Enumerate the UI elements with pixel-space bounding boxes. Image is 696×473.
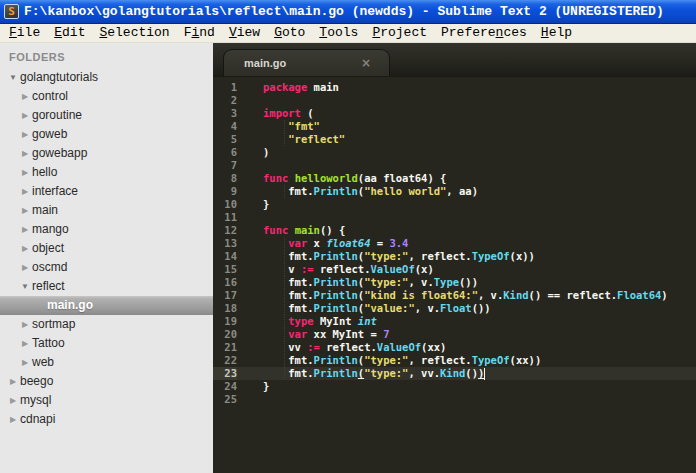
tree-folder-goweb[interactable]: ▶goweb <box>0 125 213 144</box>
tree-folder-sortmap[interactable]: ▶sortmap <box>0 315 213 334</box>
code-line-25[interactable]: 25 <box>213 393 696 406</box>
tree-folder-control[interactable]: ▶control <box>0 87 213 106</box>
tree-folder-reflect[interactable]: ▼reflect <box>0 277 213 296</box>
tree-folder-tattoo[interactable]: ▶Tattoo <box>0 334 213 353</box>
code-line-1[interactable]: 1package main <box>213 81 696 94</box>
triangle-right-icon[interactable]: ▶ <box>18 315 32 334</box>
triangle-right-icon[interactable]: ▶ <box>18 182 32 201</box>
code-line-22[interactable]: 22 fmt.Println("type:", reflect.TypeOf(x… <box>213 354 696 367</box>
triangle-right-icon[interactable]: ▶ <box>18 125 32 144</box>
triangle-right-icon[interactable]: ▶ <box>6 410 20 429</box>
code-line-15[interactable]: 15 v := reflect.ValueOf(x) <box>213 263 696 276</box>
triangle-right-icon[interactable]: ▶ <box>18 334 32 353</box>
tree-folder-web[interactable]: ▶web <box>0 353 213 372</box>
code-text: import ( <box>237 107 314 120</box>
triangle-down-icon[interactable]: ▼ <box>6 68 20 87</box>
code-line-19[interactable]: 19 type MyInt int <box>213 315 696 328</box>
code-line-18[interactable]: 18 fmt.Println("value:", v.Float()) <box>213 302 696 315</box>
tree-folder-mango[interactable]: ▶mango <box>0 220 213 239</box>
code-line-4[interactable]: 4 "fmt" <box>213 120 696 133</box>
line-number: 11 <box>213 211 237 224</box>
line-number: 18 <box>213 302 237 315</box>
code-line-2[interactable]: 2 <box>213 94 696 107</box>
code-line-10[interactable]: 10} <box>213 198 696 211</box>
code-line-5[interactable]: 5 "reflect" <box>213 133 696 146</box>
tree-folder-golangtutorials[interactable]: ▼golangtutorials <box>0 68 213 87</box>
code-line-14[interactable]: 14 fmt.Println("type:", reflect.TypeOf(x… <box>213 250 696 263</box>
code-line-6[interactable]: 6) <box>213 146 696 159</box>
code-text <box>237 159 263 172</box>
tree-folder-oscmd[interactable]: ▶oscmd <box>0 258 213 277</box>
code-line-21[interactable]: 21 vv := reflect.ValueOf(xx) <box>213 341 696 354</box>
triangle-right-icon[interactable]: ▶ <box>6 372 20 391</box>
code-text <box>237 94 263 107</box>
menu-find[interactable]: Find <box>177 24 222 42</box>
triangle-right-icon[interactable]: ▶ <box>18 353 32 372</box>
line-number: 20 <box>213 328 237 341</box>
code-line-16[interactable]: 16 fmt.Println("type:", v.Type()) <box>213 276 696 289</box>
tab-main-go[interactable]: main.go × <box>223 49 390 76</box>
tree-folder-main[interactable]: ▶main <box>0 201 213 220</box>
line-number: 7 <box>213 159 237 172</box>
code-line-23[interactable]: 23 fmt.Println("type:", vv.Kind()) <box>213 367 696 380</box>
tree-folder-goroutine[interactable]: ▶goroutine <box>0 106 213 125</box>
code-line-13[interactable]: 13 var x float64 = 3.4 <box>213 237 696 250</box>
tree-file-main-go[interactable]: main.go <box>0 296 213 315</box>
code-line-3[interactable]: 3import ( <box>213 107 696 120</box>
code-text: v := reflect.ValueOf(x) <box>237 263 434 276</box>
triangle-right-icon[interactable]: ▶ <box>18 239 32 258</box>
line-number: 3 <box>213 107 237 120</box>
code-line-17[interactable]: 17 fmt.Println("kind is float64:", v.Kin… <box>213 289 696 302</box>
code-text: fmt.Println("value:", v.Float()) <box>237 302 491 315</box>
code-text: fmt.Println("type:", v.Type()) <box>237 276 478 289</box>
menu-preferences[interactable]: Preferences <box>434 24 534 42</box>
code-area[interactable]: 1package main23import (4 "fmt"5 "reflect… <box>213 77 696 473</box>
menu-edit[interactable]: Edit <box>47 24 92 42</box>
triangle-right-icon[interactable]: ▶ <box>18 106 32 125</box>
menu-file[interactable]: File <box>2 24 47 42</box>
triangle-right-icon[interactable]: ▶ <box>18 220 32 239</box>
triangle-right-icon[interactable]: ▶ <box>18 144 32 163</box>
menu-tools[interactable]: Tools <box>312 24 365 42</box>
code-line-24[interactable]: 24} <box>213 380 696 393</box>
code-line-20[interactable]: 20 var xx MyInt = 7 <box>213 328 696 341</box>
menu-project[interactable]: Project <box>365 24 434 42</box>
code-text: } <box>237 198 269 211</box>
triangle-right-icon[interactable]: ▶ <box>18 163 32 182</box>
tree-folder-hello[interactable]: ▶hello <box>0 163 213 182</box>
menu-help[interactable]: Help <box>534 24 579 42</box>
tree-folder-cdnapi[interactable]: ▶cdnapi <box>0 410 213 429</box>
window-title: F:\kanbox\golangtutorials\reflect\main.g… <box>24 0 664 24</box>
line-number: 21 <box>213 341 237 354</box>
tree-folder-gowebapp[interactable]: ▶gowebapp <box>0 144 213 163</box>
code-line-11[interactable]: 11 <box>213 211 696 224</box>
triangle-right-icon[interactable]: ▶ <box>18 258 32 277</box>
tree-item-label: object <box>32 239 64 258</box>
code-line-9[interactable]: 9 fmt.Println("hello world", aa) <box>213 185 696 198</box>
triangle-right-icon[interactable]: ▶ <box>6 391 20 410</box>
tree-item-label: gowebapp <box>32 144 87 163</box>
tab-bar: main.go × <box>213 43 696 77</box>
tab-close-icon[interactable]: × <box>361 50 389 77</box>
line-number: 5 <box>213 133 237 146</box>
tree-folder-object[interactable]: ▶object <box>0 239 213 258</box>
code-line-8[interactable]: 8func helloworld(aa float64) { <box>213 172 696 185</box>
triangle-right-icon[interactable]: ▶ <box>18 87 32 106</box>
tree-item-label: goweb <box>32 125 67 144</box>
tree-item-label: mysql <box>20 391 51 410</box>
tree-item-label: cdnapi <box>20 410 55 429</box>
tree-item-label: interface <box>32 182 78 201</box>
code-line-12[interactable]: 12func main() { <box>213 224 696 237</box>
tree-item-label: main.go <box>47 296 93 315</box>
tree-folder-beego[interactable]: ▶beego <box>0 372 213 391</box>
code-line-7[interactable]: 7 <box>213 159 696 172</box>
tree-folder-interface[interactable]: ▶interface <box>0 182 213 201</box>
tree-folder-mysql[interactable]: ▶mysql <box>0 391 213 410</box>
menu-view[interactable]: View <box>222 24 267 42</box>
code-text: fmt.Println("type:", reflect.TypeOf(xx)) <box>237 354 541 367</box>
triangle-right-icon[interactable]: ▶ <box>18 201 32 220</box>
menu-selection[interactable]: Selection <box>92 24 176 42</box>
menu-goto[interactable]: Goto <box>267 24 312 42</box>
folder-tree: ▼golangtutorials▶control▶goroutine▶goweb… <box>0 68 213 429</box>
triangle-down-icon[interactable]: ▼ <box>18 277 32 296</box>
